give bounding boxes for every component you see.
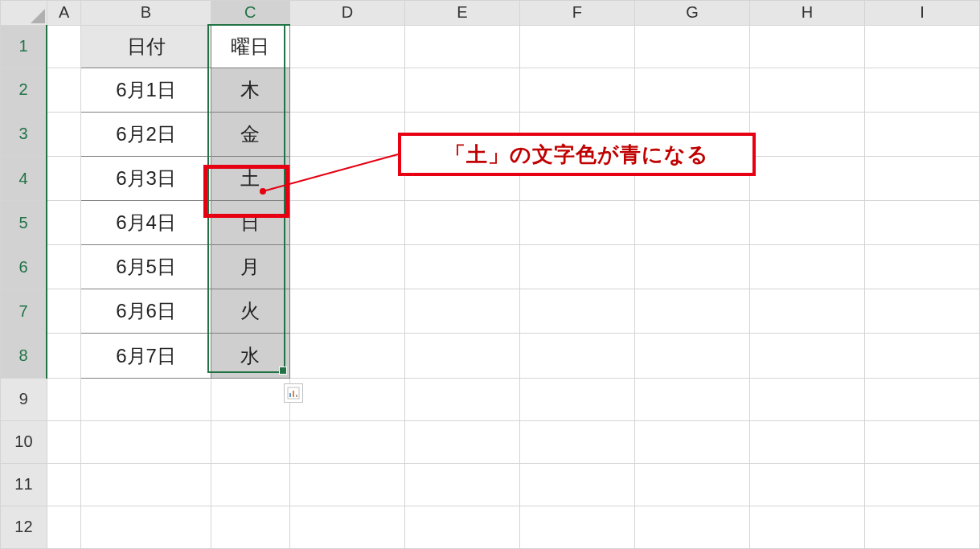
- cell-D9[interactable]: [290, 378, 405, 420]
- cell-E7[interactable]: [404, 289, 519, 334]
- cell-B10[interactable]: [81, 420, 211, 463]
- cell-A8[interactable]: [47, 334, 81, 378]
- row-header-7[interactable]: 7: [1, 289, 47, 334]
- cell-G6[interactable]: [634, 245, 749, 289]
- cell-B3[interactable]: 6月2日: [81, 112, 211, 156]
- cell-I12[interactable]: [864, 506, 979, 548]
- cell-D10[interactable]: [290, 420, 405, 463]
- col-header-I[interactable]: I: [864, 1, 979, 26]
- cell-E1[interactable]: [404, 25, 519, 68]
- cell-A4[interactable]: [47, 156, 81, 200]
- cell-A6[interactable]: [47, 245, 81, 289]
- cell-H9[interactable]: [749, 378, 864, 420]
- quick-analysis-button[interactable]: [284, 383, 303, 403]
- cell-I8[interactable]: [864, 334, 979, 378]
- cell-B2[interactable]: 6月1日: [81, 68, 211, 112]
- cell-F2[interactable]: [519, 68, 634, 112]
- cell-H7[interactable]: [749, 289, 864, 334]
- cell-B4[interactable]: 6月3日: [81, 156, 211, 200]
- cell-C4[interactable]: 土: [211, 156, 289, 200]
- cell-D1[interactable]: [290, 25, 405, 68]
- cell-A12[interactable]: [47, 506, 81, 548]
- cell-H8[interactable]: [749, 334, 864, 378]
- cell-A10[interactable]: [47, 420, 81, 463]
- cell-I4[interactable]: [864, 156, 979, 200]
- row-header-5[interactable]: 5: [1, 201, 47, 245]
- cell-B11[interactable]: [81, 463, 211, 506]
- row-header-4[interactable]: 4: [1, 156, 47, 200]
- row-header-2[interactable]: 2: [1, 68, 47, 112]
- cell-F1[interactable]: [519, 25, 634, 68]
- row-header-9[interactable]: 9: [1, 378, 47, 420]
- cell-E5[interactable]: [404, 201, 519, 245]
- cell-D2[interactable]: [290, 68, 405, 112]
- cell-I1[interactable]: [864, 25, 979, 68]
- cell-H10[interactable]: [749, 420, 864, 463]
- col-header-G[interactable]: G: [634, 1, 749, 26]
- cell-C10[interactable]: [211, 420, 289, 463]
- cell-E10[interactable]: [404, 420, 519, 463]
- cell-D12[interactable]: [290, 506, 405, 548]
- cell-D4[interactable]: [290, 156, 405, 200]
- cell-A9[interactable]: [47, 378, 81, 420]
- cell-F11[interactable]: [519, 463, 634, 506]
- cell-G11[interactable]: [634, 463, 749, 506]
- cell-C1[interactable]: 曜日: [211, 25, 289, 68]
- cell-I5[interactable]: [864, 201, 979, 245]
- cell-D5[interactable]: [290, 201, 405, 245]
- cell-C12[interactable]: [211, 506, 289, 548]
- cell-F7[interactable]: [519, 289, 634, 334]
- col-header-E[interactable]: E: [404, 1, 519, 26]
- row-header-6[interactable]: 6: [1, 245, 47, 289]
- cell-H3[interactable]: [749, 112, 864, 156]
- cell-B1[interactable]: 日付: [81, 25, 211, 68]
- cell-E12[interactable]: [404, 506, 519, 548]
- cell-I10[interactable]: [864, 420, 979, 463]
- cell-I9[interactable]: [864, 378, 979, 420]
- cell-C6[interactable]: 月: [211, 245, 289, 289]
- cell-H6[interactable]: [749, 245, 864, 289]
- spreadsheet-grid[interactable]: A B C D E F G H I 1 日付 曜日 2 6月1日 木 3: [0, 0, 980, 549]
- col-header-A[interactable]: A: [47, 1, 81, 26]
- cell-E9[interactable]: [404, 378, 519, 420]
- cell-B8[interactable]: 6月7日: [81, 334, 211, 378]
- cell-C9[interactable]: [211, 378, 289, 420]
- col-header-D[interactable]: D: [290, 1, 405, 26]
- row-header-1[interactable]: 1: [1, 25, 47, 68]
- cell-G10[interactable]: [634, 420, 749, 463]
- cell-G5[interactable]: [634, 201, 749, 245]
- col-header-C[interactable]: C: [211, 1, 289, 26]
- cell-A2[interactable]: [47, 68, 81, 112]
- cell-B7[interactable]: 6月6日: [81, 289, 211, 334]
- cell-I3[interactable]: [864, 112, 979, 156]
- cell-A3[interactable]: [47, 112, 81, 156]
- row-header-3[interactable]: 3: [1, 112, 47, 156]
- cell-E6[interactable]: [404, 245, 519, 289]
- select-all-corner[interactable]: [1, 1, 47, 26]
- cell-F5[interactable]: [519, 201, 634, 245]
- row-header-10[interactable]: 10: [1, 420, 47, 463]
- cell-B9[interactable]: [81, 378, 211, 420]
- cell-H12[interactable]: [749, 506, 864, 548]
- cell-A1[interactable]: [47, 25, 81, 68]
- row-header-8[interactable]: 8: [1, 334, 47, 378]
- row-header-11[interactable]: 11: [1, 463, 47, 506]
- cell-B12[interactable]: [81, 506, 211, 548]
- cell-G12[interactable]: [634, 506, 749, 548]
- cell-H1[interactable]: [749, 25, 864, 68]
- cell-G8[interactable]: [634, 334, 749, 378]
- cell-E2[interactable]: [404, 68, 519, 112]
- cell-H11[interactable]: [749, 463, 864, 506]
- cell-F12[interactable]: [519, 506, 634, 548]
- cell-G1[interactable]: [634, 25, 749, 68]
- cell-I2[interactable]: [864, 68, 979, 112]
- cell-C11[interactable]: [211, 463, 289, 506]
- cell-F8[interactable]: [519, 334, 634, 378]
- cell-F9[interactable]: [519, 378, 634, 420]
- cell-D11[interactable]: [290, 463, 405, 506]
- cell-B6[interactable]: 6月5日: [81, 245, 211, 289]
- cell-A5[interactable]: [47, 201, 81, 245]
- cell-H2[interactable]: [749, 68, 864, 112]
- cell-C5[interactable]: 日: [211, 201, 289, 245]
- cell-E8[interactable]: [404, 334, 519, 378]
